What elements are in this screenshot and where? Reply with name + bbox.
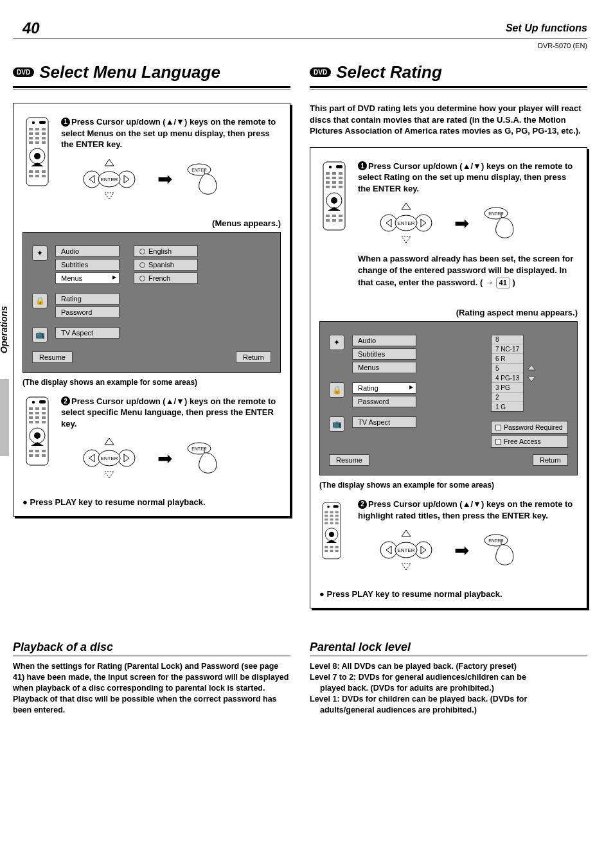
sidebar-operations-label: Operations: [0, 306, 9, 353]
svg-text:ENTER: ENTER: [100, 177, 118, 182]
osd-return-button: Return: [533, 454, 568, 466]
lock-icon: 🔒: [32, 293, 48, 308]
arrow-right-icon: ➡: [454, 540, 469, 561]
step-number-2: 2: [61, 396, 70, 405]
svg-point-60: [84, 450, 100, 466]
svg-rect-108: [330, 511, 333, 513]
rating-intro-text: This part of DVD rating lets you determi…: [310, 103, 587, 137]
svg-rect-72: [332, 172, 336, 175]
osd-resume-button: Resume: [32, 351, 73, 363]
cursor-enter-diagram: ENTER ➡ ENTER: [74, 157, 281, 202]
osd-free-access: Free Access: [491, 435, 568, 448]
svg-rect-82: [339, 186, 342, 188]
svg-rect-89: [326, 219, 330, 222]
svg-rect-18: [29, 170, 33, 173]
svg-rect-3: [29, 128, 33, 130]
model-code: DVR-5070 (EN): [13, 42, 587, 49]
svg-point-62: [118, 450, 135, 466]
svg-rect-12: [29, 141, 33, 144]
osd-menus-selected: Menus: [55, 272, 120, 284]
heading-underline: [310, 86, 587, 88]
svg-rect-55: [29, 454, 33, 457]
svg-rect-38: [35, 407, 39, 410]
svg-rect-118: [335, 522, 339, 524]
svg-point-69: [329, 165, 332, 168]
example-caption-right: (The display shows an example for some a…: [319, 481, 578, 490]
dvd-chip-icon: DVD: [13, 67, 34, 77]
menus-appears-label: (Menus appears.): [22, 218, 281, 228]
svg-rect-71: [326, 172, 330, 175]
remote-icon: [319, 499, 349, 578]
level1-line-b: adults/general audiences are prohibited.…: [310, 705, 587, 716]
svg-point-130: [380, 542, 397, 558]
svg-rect-126: [330, 550, 333, 552]
svg-rect-87: [332, 215, 336, 217]
hand-press-enter-icon: ENTER: [482, 204, 520, 242]
rating-level-1: 1 G: [492, 403, 523, 411]
svg-rect-124: [335, 546, 339, 548]
svg-marker-128: [402, 530, 411, 536]
svg-rect-13: [35, 141, 39, 144]
osd-opt-spanish: Spanish: [134, 259, 198, 270]
svg-rect-37: [29, 407, 33, 410]
svg-rect-70: [336, 165, 342, 168]
svg-point-105: [327, 506, 330, 508]
up-down-arrows-icon: [526, 364, 537, 383]
osd-rating-screenshot: ✦ Audio Subtitles Menus 🔒 Rati: [319, 321, 578, 475]
svg-point-26: [84, 171, 100, 188]
rating-level-6: 6 R: [492, 355, 523, 364]
step1-text: Press Cursor up/down (▲/▼) keys on the r…: [61, 117, 276, 149]
svg-rect-10: [35, 137, 39, 139]
osd-subtitles: Subtitles: [55, 259, 120, 270]
svg-rect-19: [35, 170, 39, 173]
svg-rect-21: [29, 175, 33, 177]
arrow-right-icon: ➡: [454, 213, 469, 234]
osd-tvaspect: TV Aspect: [352, 416, 416, 428]
heading-underline-thin: [310, 89, 587, 90]
lock-icon: 🔒: [329, 382, 344, 398]
osd-resume-button: Resume: [329, 454, 369, 466]
osd-tvaspect: TV Aspect: [55, 327, 120, 339]
step-number-1: 1: [358, 161, 367, 170]
svg-rect-54: [42, 450, 46, 452]
svg-rect-74: [326, 177, 330, 179]
svg-rect-90: [332, 219, 336, 222]
hand-press-enter-icon: ENTER: [482, 531, 520, 569]
svg-rect-5: [42, 128, 46, 130]
dvd-chip-icon: DVD: [310, 67, 331, 77]
svg-rect-123: [330, 546, 333, 548]
svg-marker-24: [105, 159, 114, 166]
svg-rect-23: [42, 175, 46, 177]
svg-marker-92: [402, 203, 411, 209]
svg-rect-125: [324, 550, 328, 552]
svg-rect-113: [324, 518, 328, 520]
rating-level-8: 8: [492, 335, 523, 344]
svg-rect-86: [326, 215, 330, 217]
procedure-box-right: 1Press Cursor up/down (▲/▼) keys on the …: [310, 147, 587, 609]
svg-rect-53: [35, 450, 39, 452]
osd-opt-french: French: [134, 272, 198, 284]
step2-text: Press Cursor up/down (▲/▼) keys on the r…: [61, 396, 276, 429]
rating-level-7: 7 NC-17: [492, 345, 523, 354]
svg-rect-78: [332, 181, 336, 184]
tv-icon: 📺: [329, 416, 344, 432]
osd-rating-selected: Rating: [352, 382, 416, 394]
osd-rating: Rating: [55, 293, 120, 305]
rating-level-5: 5: [492, 364, 523, 373]
svg-rect-44: [35, 416, 39, 419]
svg-rect-88: [339, 215, 342, 217]
rating-appears-label: (Rating aspect menu appears.): [319, 308, 578, 317]
sub-underline: [13, 655, 290, 656]
svg-rect-76: [339, 177, 342, 179]
svg-rect-117: [330, 522, 333, 524]
page-ref-41: 41: [496, 278, 510, 288]
svg-rect-112: [335, 515, 339, 517]
svg-rect-22: [35, 175, 39, 177]
svg-point-96: [415, 215, 432, 231]
svg-rect-114: [330, 518, 333, 520]
osd-password: Password: [352, 396, 416, 407]
svg-rect-116: [324, 522, 328, 524]
top-bar: 40 Set Up functions: [13, 19, 587, 39]
osd-menus: Menus: [352, 362, 416, 373]
svg-rect-2: [39, 121, 46, 124]
